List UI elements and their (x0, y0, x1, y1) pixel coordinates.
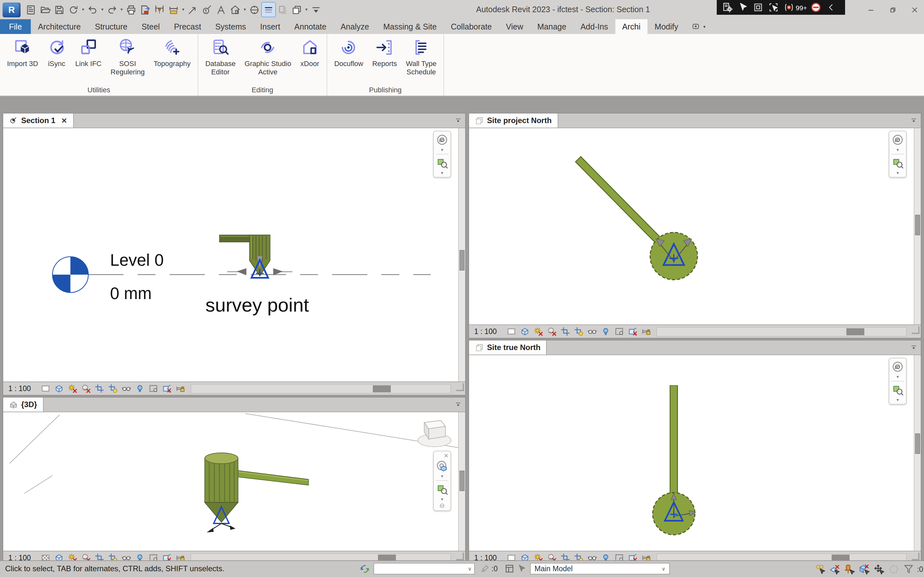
close-hidden-windows-icon[interactable] (276, 3, 289, 17)
undo-icon-caret[interactable]: ▾ (100, 7, 105, 12)
ribbon-button-graphic-studio[interactable]: Graphic StudioActive (240, 35, 296, 84)
drag-on-selection-icon[interactable] (873, 563, 885, 575)
show-crop-region-icon[interactable] (573, 326, 584, 337)
shadows-icon[interactable] (546, 326, 557, 337)
zoom-button[interactable] (435, 482, 449, 496)
show-crop-region-icon[interactable] (107, 383, 118, 394)
menu-tab-modify[interactable]: Modify (648, 19, 685, 34)
steering-wheel-2d-button[interactable]: 2D (435, 133, 449, 147)
reveal-hidden-elements-icon[interactable] (134, 383, 145, 394)
select-pinned-icon[interactable] (843, 563, 856, 575)
temporary-view-properties-icon[interactable] (614, 326, 624, 337)
ribbon-button-link-ifc[interactable]: Link IFC (71, 35, 106, 84)
reveal-constraints-icon[interactable] (640, 326, 651, 337)
crop-view-icon[interactable] (559, 326, 570, 337)
temporary-view-properties-icon[interactable] (148, 383, 158, 394)
do-not-disturb-icon[interactable] (810, 2, 822, 13)
level-head-symbol[interactable] (53, 257, 89, 293)
export-pdf-icon[interactable] (139, 3, 152, 17)
menu-tab-file[interactable]: File (0, 19, 31, 34)
ribbon-button-sosi-regulering[interactable]: SOSIRegulering (106, 35, 149, 84)
aligned-dimension-icon[interactable] (167, 3, 180, 17)
wheel-options-caret-icon[interactable]: ▾ (441, 473, 443, 479)
switch-windows-icon[interactable] (290, 3, 304, 17)
view-tab-menu-button[interactable] (451, 113, 465, 127)
save-icon[interactable] (53, 3, 66, 17)
stn-view-canvas[interactable]: 2D ▾ ▾ (469, 355, 921, 551)
zoom-options-caret-icon[interactable]: ▾ (897, 170, 899, 176)
wheel-options-caret-icon[interactable]: ▾ (441, 147, 443, 153)
design-option-dropdown[interactable]: Main Model ∨ (530, 563, 670, 574)
progress-icon[interactable] (887, 563, 900, 575)
pointer-icon[interactable] (736, 2, 749, 13)
reveal-constraints-icon[interactable] (174, 383, 186, 394)
survey-marker-3d[interactable] (205, 453, 309, 532)
redo-icon[interactable] (105, 3, 119, 17)
view-tab-site-project-north[interactable]: Site project North (469, 113, 558, 127)
default-3d-view-icon[interactable] (228, 3, 242, 17)
survey-point-label[interactable]: survey point (205, 294, 309, 316)
measure-icon[interactable] (153, 3, 166, 17)
zoom-button[interactable] (435, 156, 449, 170)
view-tab-site-true-north[interactable]: Site true North (469, 340, 547, 355)
menu-tab-add-ins[interactable]: Add-Ins (573, 19, 615, 34)
detail-level-icon[interactable] (506, 326, 517, 337)
ribbon-button-database-editor[interactable]: DatabaseEditor (201, 35, 240, 84)
shadows-icon[interactable] (80, 383, 91, 394)
vertical-scrollbar[interactable] (914, 355, 921, 551)
thin-lines-icon[interactable] (262, 3, 275, 17)
notifications-icon[interactable] (782, 2, 795, 13)
zoom-button[interactable] (891, 383, 905, 397)
minimize-icon[interactable] (866, 5, 875, 14)
minimize-navbar-icon[interactable]: ⊖ (439, 502, 445, 509)
resize-grip[interactable] (456, 553, 464, 560)
survey-marker-plan[interactable] (578, 159, 698, 280)
show-analytical-model-icon[interactable] (161, 383, 172, 394)
vertical-scrollbar[interactable] (458, 412, 465, 551)
horizontal-scrollbar[interactable] (191, 384, 451, 393)
steering-wheel-2d-button[interactable]: 2D (891, 133, 905, 147)
revit-logo[interactable]: R (3, 2, 21, 17)
menu-tab-archi[interactable]: Archi (615, 19, 648, 34)
show-analytical-model-icon[interactable] (627, 326, 638, 337)
frame-capture-icon[interactable] (751, 2, 764, 13)
full-navigation-wheel-button[interactable] (435, 459, 449, 473)
capture-settings-icon[interactable] (720, 2, 733, 13)
menu-tab-manage[interactable]: Manage (530, 19, 573, 34)
ribbon-button-isync[interactable]: iSync (43, 35, 71, 84)
menu-tab-architecture[interactable]: Architecture (31, 19, 87, 34)
redo-icon-caret[interactable]: ▾ (120, 7, 124, 12)
add-to-set-icon[interactable] (517, 564, 527, 576)
ribbon-button-wall-type-schedule[interactable]: Wall TypeSchedule (401, 35, 441, 84)
sun-path-icon[interactable] (67, 383, 78, 394)
resize-grip[interactable] (456, 384, 464, 391)
sync-icon[interactable] (67, 3, 80, 17)
wheel-options-caret-icon[interactable]: ▾ (897, 147, 899, 153)
design-options-icon[interactable] (504, 564, 515, 576)
ribbon-button-xdoor[interactable]: xDoor (296, 35, 324, 84)
ribbon-button-docuflow[interactable]: Docuflow (330, 35, 368, 84)
filter-icon[interactable] (902, 563, 915, 575)
visual-style-icon[interactable] (519, 326, 530, 337)
customize-quick-access-icon[interactable] (309, 3, 323, 17)
scale-button[interactable]: 1 : 100 (474, 327, 497, 335)
text-icon[interactable] (214, 3, 228, 17)
menu-tab-massing-site[interactable]: Massing & Site (376, 19, 444, 34)
reveal-hidden-elements-icon[interactable] (600, 326, 611, 337)
select-underlay-icon[interactable] (829, 563, 841, 575)
horizontal-scrollbar[interactable] (656, 327, 907, 336)
default-3d-view-icon-caret[interactable]: ▾ (242, 7, 247, 12)
level-name-label[interactable]: Level 0 (110, 251, 164, 269)
collapse-overlay-icon[interactable] (825, 2, 838, 13)
menu-tab-precast[interactable]: Precast (167, 19, 208, 34)
menu-tab-steel[interactable]: Steel (134, 19, 167, 34)
visual-style-icon[interactable] (53, 383, 64, 394)
close-navbar-icon[interactable]: ✕ (444, 453, 449, 459)
close-icon[interactable] (910, 5, 919, 14)
leader-arrow-icon[interactable] (186, 3, 200, 17)
resize-grip[interactable] (912, 553, 919, 560)
editable-only-icon[interactable] (480, 564, 490, 576)
view-tab-menu-button[interactable] (907, 340, 921, 355)
file-menu-icon[interactable] (24, 3, 38, 17)
vertical-scrollbar[interactable] (914, 128, 921, 324)
